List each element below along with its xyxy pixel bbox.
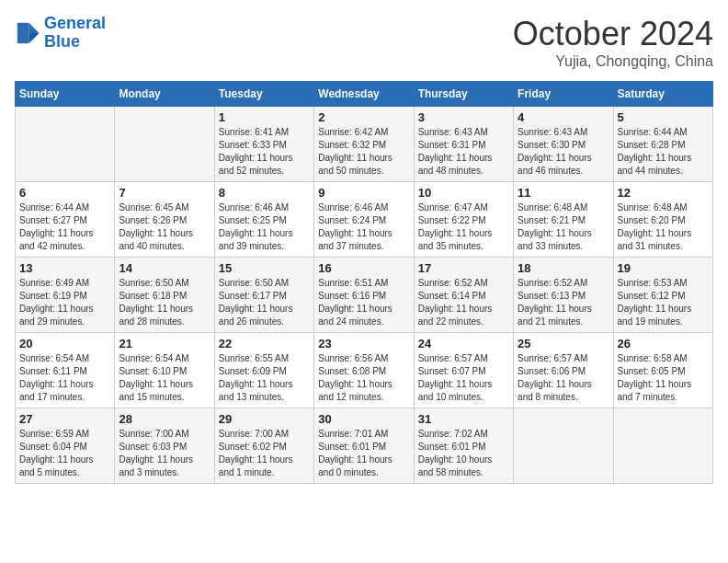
calendar-cell: 10Sunrise: 6:47 AMSunset: 6:22 PMDayligh… <box>414 182 513 258</box>
calendar-cell: 26Sunrise: 6:58 AMSunset: 6:05 PMDayligh… <box>613 333 712 408</box>
calendar-cell: 22Sunrise: 6:55 AMSunset: 6:09 PMDayligh… <box>214 333 313 408</box>
day-info: Sunrise: 6:58 AMSunset: 6:05 PMDaylight:… <box>618 352 709 404</box>
day-number: 19 <box>618 261 709 275</box>
calendar-cell: 24Sunrise: 6:57 AMSunset: 6:07 PMDayligh… <box>414 333 513 408</box>
day-number: 8 <box>219 186 310 200</box>
day-info: Sunrise: 7:00 AMSunset: 6:03 PMDaylight:… <box>119 428 210 479</box>
day-number: 26 <box>618 337 709 350</box>
calendar-cell: 27Sunrise: 6:59 AMSunset: 6:04 PMDayligh… <box>16 408 115 484</box>
day-info: Sunrise: 6:59 AMSunset: 6:04 PMDaylight:… <box>19 428 110 479</box>
day-number: 6 <box>19 186 110 200</box>
day-info: Sunrise: 6:43 AMSunset: 6:30 PMDaylight:… <box>518 126 609 178</box>
day-number: 9 <box>318 186 409 200</box>
day-info: Sunrise: 6:47 AMSunset: 6:22 PMDaylight:… <box>418 201 509 253</box>
calendar-cell: 11Sunrise: 6:48 AMSunset: 6:21 PMDayligh… <box>514 182 613 258</box>
calendar-cell <box>613 408 712 484</box>
calendar-cell: 4Sunrise: 6:43 AMSunset: 6:30 PMDaylight… <box>514 107 613 182</box>
day-number: 2 <box>318 110 409 124</box>
calendar-cell: 6Sunrise: 6:44 AMSunset: 6:27 PMDaylight… <box>16 182 115 258</box>
day-info: Sunrise: 6:46 AMSunset: 6:25 PMDaylight:… <box>219 201 310 253</box>
day-info: Sunrise: 6:51 AMSunset: 6:16 PMDaylight:… <box>318 277 409 328</box>
day-number: 14 <box>119 261 210 275</box>
weekday-header-thursday: Thursday <box>414 82 513 107</box>
svg-marker-0 <box>28 23 39 33</box>
location-subtitle: Yujia, Chongqing, China <box>513 53 713 70</box>
day-info: Sunrise: 6:54 AMSunset: 6:10 PMDaylight:… <box>119 352 210 404</box>
day-number: 18 <box>518 261 609 275</box>
calendar-cell: 14Sunrise: 6:50 AMSunset: 6:18 PMDayligh… <box>115 258 214 333</box>
calendar-cell: 20Sunrise: 6:54 AMSunset: 6:11 PMDayligh… <box>16 333 115 408</box>
calendar-cell: 15Sunrise: 6:50 AMSunset: 6:17 PMDayligh… <box>214 258 313 333</box>
weekday-header-monday: Monday <box>115 82 214 107</box>
calendar-cell: 3Sunrise: 6:43 AMSunset: 6:31 PMDaylight… <box>414 107 513 182</box>
calendar-cell: 31Sunrise: 7:02 AMSunset: 6:01 PMDayligh… <box>414 408 513 484</box>
day-info: Sunrise: 6:52 AMSunset: 6:13 PMDaylight:… <box>518 277 609 328</box>
day-info: Sunrise: 6:55 AMSunset: 6:09 PMDaylight:… <box>219 352 310 404</box>
week-row-1: 1Sunrise: 6:41 AMSunset: 6:33 PMDaylight… <box>16 107 713 182</box>
day-info: Sunrise: 6:50 AMSunset: 6:18 PMDaylight:… <box>119 277 210 328</box>
day-number: 4 <box>518 110 609 124</box>
calendar-cell: 29Sunrise: 7:00 AMSunset: 6:02 PMDayligh… <box>214 408 313 484</box>
day-number: 16 <box>318 261 409 275</box>
calendar-cell: 12Sunrise: 6:48 AMSunset: 6:20 PMDayligh… <box>613 182 712 258</box>
day-number: 17 <box>418 261 509 275</box>
day-number: 25 <box>518 337 609 350</box>
day-number: 5 <box>618 110 709 124</box>
week-row-2: 6Sunrise: 6:44 AMSunset: 6:27 PMDaylight… <box>16 182 713 258</box>
day-info: Sunrise: 6:56 AMSunset: 6:08 PMDaylight:… <box>318 352 409 404</box>
weekday-header-saturday: Saturday <box>613 82 712 107</box>
logo-general: General <box>44 14 106 32</box>
day-number: 23 <box>318 337 409 350</box>
svg-rect-2 <box>17 23 29 43</box>
calendar-cell <box>16 107 115 182</box>
day-number: 7 <box>119 186 210 200</box>
calendar-cell: 25Sunrise: 6:57 AMSunset: 6:06 PMDayligh… <box>514 333 613 408</box>
calendar-cell <box>514 408 613 484</box>
calendar-cell: 13Sunrise: 6:49 AMSunset: 6:19 PMDayligh… <box>16 258 115 333</box>
calendar-cell: 16Sunrise: 6:51 AMSunset: 6:16 PMDayligh… <box>314 258 414 333</box>
calendar-cell: 7Sunrise: 6:45 AMSunset: 6:26 PMDaylight… <box>115 182 214 258</box>
week-row-3: 13Sunrise: 6:49 AMSunset: 6:19 PMDayligh… <box>16 258 713 333</box>
day-info: Sunrise: 6:50 AMSunset: 6:17 PMDaylight:… <box>219 277 310 328</box>
title-area: October 2024 Yujia, Chongqing, China <box>513 15 713 70</box>
day-info: Sunrise: 6:48 AMSunset: 6:20 PMDaylight:… <box>618 201 709 253</box>
day-number: 3 <box>418 110 509 124</box>
calendar-cell: 19Sunrise: 6:53 AMSunset: 6:12 PMDayligh… <box>613 258 712 333</box>
weekday-header-tuesday: Tuesday <box>214 82 313 107</box>
day-number: 28 <box>119 412 210 426</box>
day-info: Sunrise: 6:43 AMSunset: 6:31 PMDaylight:… <box>418 126 509 178</box>
day-number: 12 <box>618 186 709 200</box>
logo-icon <box>15 20 40 46</box>
logo-text: General Blue <box>44 15 106 52</box>
day-info: Sunrise: 6:42 AMSunset: 6:32 PMDaylight:… <box>318 126 409 178</box>
day-number: 30 <box>318 412 409 426</box>
day-info: Sunrise: 7:01 AMSunset: 6:01 PMDaylight:… <box>318 428 409 479</box>
day-info: Sunrise: 6:45 AMSunset: 6:26 PMDaylight:… <box>119 201 210 253</box>
calendar-cell: 21Sunrise: 6:54 AMSunset: 6:10 PMDayligh… <box>115 333 214 408</box>
day-info: Sunrise: 6:48 AMSunset: 6:21 PMDaylight:… <box>518 201 609 253</box>
day-info: Sunrise: 6:57 AMSunset: 6:06 PMDaylight:… <box>518 352 609 404</box>
logo: General Blue <box>15 15 106 52</box>
calendar-cell: 23Sunrise: 6:56 AMSunset: 6:08 PMDayligh… <box>314 333 414 408</box>
day-number: 21 <box>119 337 210 350</box>
calendar-cell: 9Sunrise: 6:46 AMSunset: 6:24 PMDaylight… <box>314 182 414 258</box>
day-number: 24 <box>418 337 509 350</box>
day-info: Sunrise: 6:46 AMSunset: 6:24 PMDaylight:… <box>318 201 409 253</box>
week-row-5: 27Sunrise: 6:59 AMSunset: 6:04 PMDayligh… <box>16 408 713 484</box>
calendar-cell: 8Sunrise: 6:46 AMSunset: 6:25 PMDaylight… <box>214 182 313 258</box>
calendar-table: SundayMondayTuesdayWednesdayThursdayFrid… <box>15 81 713 484</box>
day-number: 1 <box>219 110 310 124</box>
day-number: 27 <box>19 412 110 426</box>
calendar-cell: 30Sunrise: 7:01 AMSunset: 6:01 PMDayligh… <box>314 408 414 484</box>
logo-blue: Blue <box>44 32 80 51</box>
calendar-cell <box>115 107 214 182</box>
day-info: Sunrise: 6:52 AMSunset: 6:14 PMDaylight:… <box>418 277 509 328</box>
calendar-cell: 17Sunrise: 6:52 AMSunset: 6:14 PMDayligh… <box>414 258 513 333</box>
month-title: October 2024 <box>513 15 713 53</box>
header: General Blue October 2024 Yujia, Chongqi… <box>15 15 713 70</box>
day-info: Sunrise: 7:02 AMSunset: 6:01 PMDaylight:… <box>418 428 509 479</box>
calendar-cell: 2Sunrise: 6:42 AMSunset: 6:32 PMDaylight… <box>314 107 414 182</box>
day-number: 29 <box>219 412 310 426</box>
weekday-header-sunday: Sunday <box>16 82 115 107</box>
calendar-cell: 28Sunrise: 7:00 AMSunset: 6:03 PMDayligh… <box>115 408 214 484</box>
